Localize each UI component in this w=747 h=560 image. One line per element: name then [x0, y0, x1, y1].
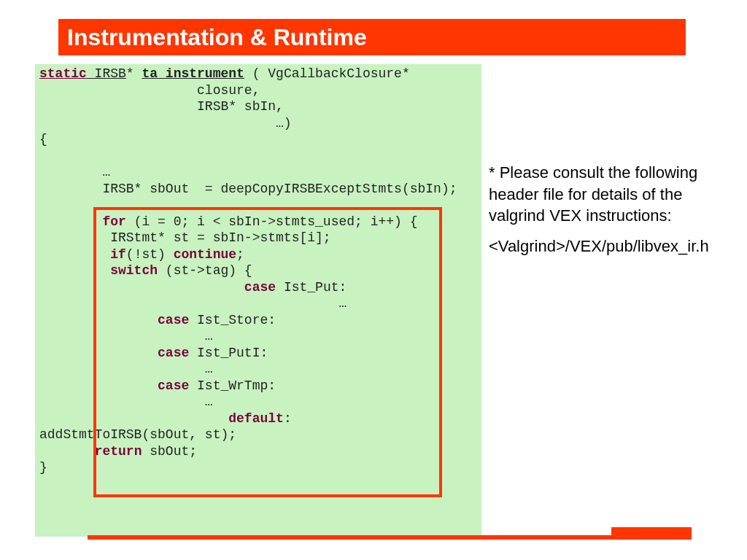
- kw-for: for: [102, 214, 125, 229]
- note-text: * Please consult the following header fi…: [489, 163, 697, 225]
- kw-if: if: [110, 247, 126, 262]
- case1-rest: Ist_Put:: [276, 280, 347, 295]
- sig-params3: IRSB* sbIn,: [39, 99, 284, 114]
- fn-name: ta_instrument: [142, 66, 244, 81]
- side-note: * Please consult the following header fi…: [489, 162, 734, 257]
- open-brace: {: [39, 132, 47, 147]
- dots3: …: [205, 362, 213, 376]
- body-deepcopy: IRSB* sbOut = deepCopyIRSBExceptStmts(sb…: [39, 182, 457, 196]
- footer-accent: [611, 527, 692, 540]
- slide-title: Instrumentation & Runtime: [58, 19, 686, 55]
- kw-case3: case: [158, 346, 189, 360]
- kw-return: return: [95, 444, 142, 459]
- kw-default: default: [228, 411, 284, 426]
- sig-params4: …): [39, 116, 292, 131]
- dots2: …: [205, 329, 213, 343]
- sig-params1: ( VgCallbackClosure*: [244, 66, 410, 81]
- return-rest: sbOut;: [142, 444, 197, 459]
- case4-rest: Ist_WrTmp:: [189, 378, 276, 393]
- semi1: ;: [236, 247, 244, 262]
- footer-bar: [88, 535, 613, 540]
- sig-params2: closure,: [39, 83, 260, 98]
- txt-irsb: IRSB: [87, 66, 126, 81]
- note-path: <Valgrind>/VEX/pub/libvex_ir.h: [489, 236, 734, 257]
- addstmt-line: addStmtToIRSB(sbOut, st);: [39, 427, 236, 442]
- case3-rest: Ist_PutI:: [189, 346, 268, 360]
- txt-star: *: [126, 66, 142, 81]
- kw-continue: continue: [174, 247, 236, 262]
- dots4: …: [205, 394, 213, 409]
- close-brace: }: [39, 460, 47, 475]
- switch-rest: (st->tag) {: [158, 263, 252, 278]
- case2-rest: Ist_Store:: [189, 313, 276, 327]
- code-block: static IRSB* ta_instrument ( VgCallbackC…: [35, 64, 481, 537]
- kw-static: static: [39, 66, 87, 81]
- kw-case1: case: [244, 280, 276, 295]
- default-rest: :: [284, 411, 292, 426]
- kw-case4: case: [158, 378, 189, 393]
- stmt-decl: IRStmt* st = sbIn->stmts[i];: [39, 230, 331, 245]
- if-mid: (!st): [126, 247, 174, 262]
- dots1: …: [338, 296, 347, 311]
- slide: Instrumentation & Runtime static IRSB* t…: [0, 0, 747, 560]
- kw-switch: switch: [110, 263, 158, 278]
- for-rest: (i = 0; i < sbIn->stmts_used; i++) {: [126, 214, 418, 229]
- kw-case2: case: [158, 313, 189, 327]
- body-dots: …: [39, 165, 110, 179]
